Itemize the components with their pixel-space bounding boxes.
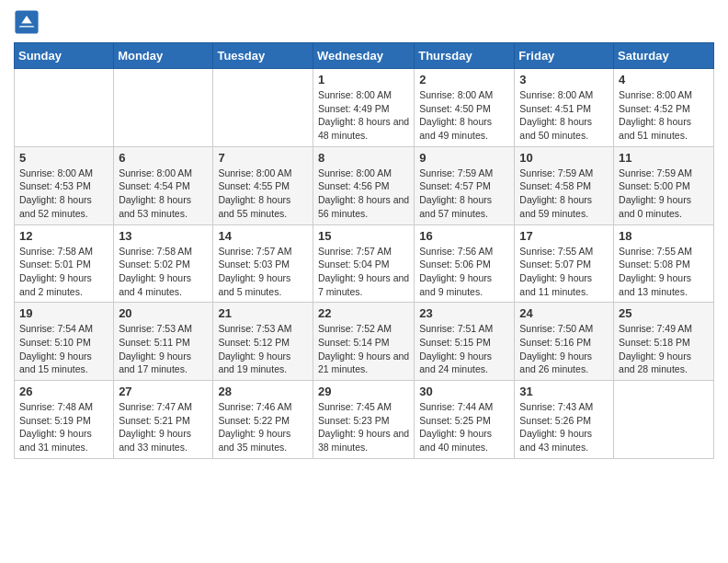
day-info: Sunrise: 7:48 AM Sunset: 5:19 PM Dayligh… bbox=[19, 400, 108, 454]
day-info: Sunrise: 7:58 AM Sunset: 5:02 PM Dayligh… bbox=[119, 245, 208, 299]
day-number: 4 bbox=[619, 73, 709, 86]
day-info: Sunrise: 8:00 AM Sunset: 4:55 PM Dayligh… bbox=[218, 167, 308, 221]
calendar-cell: 13Sunrise: 7:58 AM Sunset: 5:02 PM Dayli… bbox=[114, 224, 213, 303]
calendar-cell: 7Sunrise: 8:00 AM Sunset: 4:55 PM Daylig… bbox=[213, 146, 313, 224]
calendar-cell: 31Sunrise: 7:43 AM Sunset: 5:26 PM Dayli… bbox=[515, 381, 614, 459]
day-number: 14 bbox=[218, 229, 308, 243]
day-number: 6 bbox=[119, 151, 208, 165]
day-info: Sunrise: 7:47 AM Sunset: 5:21 PM Dayligh… bbox=[119, 400, 208, 454]
day-info: Sunrise: 7:59 AM Sunset: 4:58 PM Dayligh… bbox=[519, 167, 609, 221]
day-number: 9 bbox=[419, 151, 509, 165]
day-info: Sunrise: 7:56 AM Sunset: 5:06 PM Dayligh… bbox=[419, 245, 509, 299]
calendar-week-1: 1Sunrise: 8:00 AM Sunset: 4:49 PM Daylig… bbox=[15, 69, 714, 147]
day-number: 13 bbox=[119, 229, 208, 243]
day-number: 20 bbox=[119, 306, 208, 320]
day-info: Sunrise: 7:52 AM Sunset: 5:14 PM Dayligh… bbox=[318, 322, 409, 376]
calendar-cell bbox=[114, 69, 213, 147]
day-number: 2 bbox=[419, 73, 509, 86]
day-number: 31 bbox=[519, 385, 609, 398]
day-info: Sunrise: 7:59 AM Sunset: 5:00 PM Dayligh… bbox=[619, 167, 709, 221]
day-number: 28 bbox=[218, 385, 308, 398]
weekday-header-sunday: Sunday bbox=[15, 43, 114, 69]
calendar-cell: 1Sunrise: 8:00 AM Sunset: 4:49 PM Daylig… bbox=[313, 69, 414, 147]
day-info: Sunrise: 7:58 AM Sunset: 5:01 PM Dayligh… bbox=[19, 245, 108, 299]
calendar-cell: 19Sunrise: 7:54 AM Sunset: 5:10 PM Dayli… bbox=[15, 303, 114, 381]
calendar-cell: 14Sunrise: 7:57 AM Sunset: 5:03 PM Dayli… bbox=[213, 224, 313, 303]
weekday-header-monday: Monday bbox=[114, 43, 213, 69]
calendar-cell: 25Sunrise: 7:49 AM Sunset: 5:18 PM Dayli… bbox=[614, 303, 714, 381]
day-info: Sunrise: 7:55 AM Sunset: 5:08 PM Dayligh… bbox=[619, 245, 709, 299]
calendar-cell: 15Sunrise: 7:57 AM Sunset: 5:04 PM Dayli… bbox=[313, 224, 414, 303]
day-info: Sunrise: 7:57 AM Sunset: 5:04 PM Dayligh… bbox=[318, 245, 409, 299]
day-number: 25 bbox=[619, 306, 709, 320]
weekday-header-saturday: Saturday bbox=[614, 43, 714, 69]
calendar-cell: 18Sunrise: 7:55 AM Sunset: 5:08 PM Dayli… bbox=[614, 224, 714, 303]
day-info: Sunrise: 8:00 AM Sunset: 4:50 PM Dayligh… bbox=[419, 88, 509, 143]
calendar-cell: 23Sunrise: 7:51 AM Sunset: 5:15 PM Dayli… bbox=[415, 303, 515, 381]
day-number: 27 bbox=[119, 385, 208, 398]
calendar-cell bbox=[15, 69, 114, 147]
day-number: 24 bbox=[519, 306, 609, 320]
header bbox=[14, 9, 714, 35]
day-info: Sunrise: 7:43 AM Sunset: 5:26 PM Dayligh… bbox=[519, 400, 609, 454]
calendar-cell: 10Sunrise: 7:59 AM Sunset: 4:58 PM Dayli… bbox=[515, 146, 614, 224]
day-number: 29 bbox=[318, 385, 409, 398]
day-info: Sunrise: 8:00 AM Sunset: 4:53 PM Dayligh… bbox=[19, 167, 108, 221]
calendar-cell: 2Sunrise: 8:00 AM Sunset: 4:50 PM Daylig… bbox=[415, 69, 515, 147]
day-number: 16 bbox=[419, 229, 509, 243]
day-info: Sunrise: 7:59 AM Sunset: 4:57 PM Dayligh… bbox=[419, 167, 509, 221]
day-number: 23 bbox=[419, 306, 509, 320]
day-info: Sunrise: 7:54 AM Sunset: 5:10 PM Dayligh… bbox=[19, 322, 108, 376]
day-number: 18 bbox=[619, 229, 709, 243]
day-number: 12 bbox=[19, 229, 108, 243]
day-number: 11 bbox=[619, 151, 709, 165]
day-info: Sunrise: 7:55 AM Sunset: 5:07 PM Dayligh… bbox=[519, 245, 609, 299]
day-number: 21 bbox=[218, 306, 308, 320]
day-info: Sunrise: 7:53 AM Sunset: 5:12 PM Dayligh… bbox=[218, 322, 308, 376]
day-info: Sunrise: 7:45 AM Sunset: 5:23 PM Dayligh… bbox=[318, 400, 409, 454]
day-number: 7 bbox=[218, 151, 308, 165]
day-number: 22 bbox=[318, 306, 409, 320]
calendar-cell: 30Sunrise: 7:44 AM Sunset: 5:25 PM Dayli… bbox=[415, 381, 515, 459]
calendar-table: SundayMondayTuesdayWednesdayThursdayFrid… bbox=[14, 42, 714, 459]
day-number: 15 bbox=[318, 229, 409, 243]
calendar-cell: 12Sunrise: 7:58 AM Sunset: 5:01 PM Dayli… bbox=[15, 224, 114, 303]
calendar-week-4: 19Sunrise: 7:54 AM Sunset: 5:10 PM Dayli… bbox=[15, 303, 714, 381]
calendar-cell: 28Sunrise: 7:46 AM Sunset: 5:22 PM Dayli… bbox=[213, 381, 313, 459]
logo bbox=[14, 9, 43, 35]
weekday-header-row: SundayMondayTuesdayWednesdayThursdayFrid… bbox=[15, 43, 714, 69]
day-info: Sunrise: 7:57 AM Sunset: 5:03 PM Dayligh… bbox=[218, 245, 308, 299]
calendar-cell: 9Sunrise: 7:59 AM Sunset: 4:57 PM Daylig… bbox=[415, 146, 515, 224]
day-info: Sunrise: 7:51 AM Sunset: 5:15 PM Dayligh… bbox=[419, 322, 509, 376]
calendar-cell: 6Sunrise: 8:00 AM Sunset: 4:54 PM Daylig… bbox=[114, 146, 213, 224]
logo-icon bbox=[14, 9, 40, 35]
day-number: 30 bbox=[419, 385, 509, 398]
weekday-header-friday: Friday bbox=[515, 43, 614, 69]
calendar-cell: 26Sunrise: 7:48 AM Sunset: 5:19 PM Dayli… bbox=[15, 381, 114, 459]
calendar-cell bbox=[213, 69, 313, 147]
day-number: 5 bbox=[19, 151, 108, 165]
day-info: Sunrise: 7:44 AM Sunset: 5:25 PM Dayligh… bbox=[419, 400, 509, 454]
svg-rect-2 bbox=[19, 23, 35, 26]
weekday-header-tuesday: Tuesday bbox=[213, 43, 313, 69]
calendar-cell: 27Sunrise: 7:47 AM Sunset: 5:21 PM Dayli… bbox=[114, 381, 213, 459]
calendar-cell bbox=[614, 381, 714, 459]
day-number: 19 bbox=[19, 306, 108, 320]
calendar-cell: 24Sunrise: 7:50 AM Sunset: 5:16 PM Dayli… bbox=[515, 303, 614, 381]
calendar-cell: 3Sunrise: 8:00 AM Sunset: 4:51 PM Daylig… bbox=[515, 69, 614, 147]
day-number: 17 bbox=[519, 229, 609, 243]
day-info: Sunrise: 8:00 AM Sunset: 4:51 PM Dayligh… bbox=[519, 88, 609, 143]
day-info: Sunrise: 7:53 AM Sunset: 5:11 PM Dayligh… bbox=[119, 322, 208, 376]
day-info: Sunrise: 8:00 AM Sunset: 4:54 PM Dayligh… bbox=[119, 167, 208, 221]
calendar-cell: 4Sunrise: 8:00 AM Sunset: 4:52 PM Daylig… bbox=[614, 69, 714, 147]
calendar-week-2: 5Sunrise: 8:00 AM Sunset: 4:53 PM Daylig… bbox=[15, 146, 714, 224]
day-number: 3 bbox=[519, 73, 609, 86]
weekday-header-wednesday: Wednesday bbox=[313, 43, 414, 69]
calendar-week-3: 12Sunrise: 7:58 AM Sunset: 5:01 PM Dayli… bbox=[15, 224, 714, 303]
calendar-cell: 8Sunrise: 8:00 AM Sunset: 4:56 PM Daylig… bbox=[313, 146, 414, 224]
day-number: 26 bbox=[19, 385, 108, 398]
page: SundayMondayTuesdayWednesdayThursdayFrid… bbox=[0, 0, 728, 473]
calendar-cell: 11Sunrise: 7:59 AM Sunset: 5:00 PM Dayli… bbox=[614, 146, 714, 224]
day-number: 1 bbox=[318, 73, 409, 86]
day-info: Sunrise: 7:49 AM Sunset: 5:18 PM Dayligh… bbox=[619, 322, 709, 376]
